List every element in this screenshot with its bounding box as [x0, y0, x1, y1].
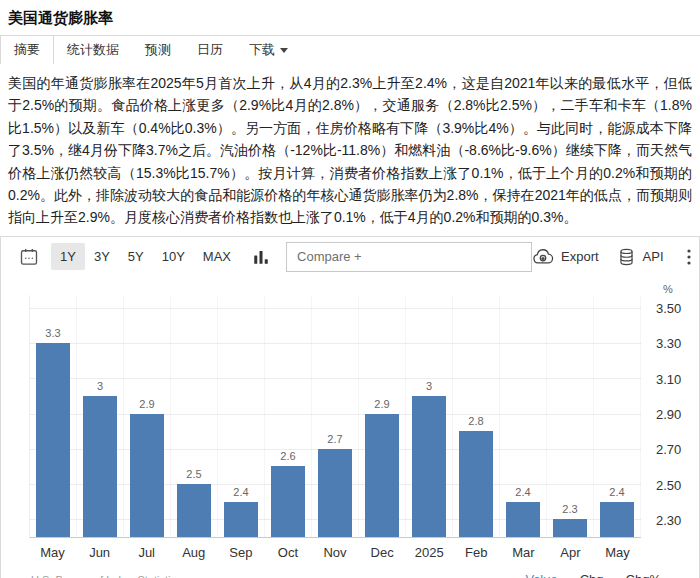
bar-chart: 3.332.92.52.42.62.72.932.82.42.32.4 % 3.…	[1, 277, 699, 565]
tab-calendar-label: 日历	[197, 41, 223, 59]
summary-paragraph: 美国的年通货膨胀率在2025年5月首次上升，从4月的2.3%上升至2.4%，这是…	[0, 64, 700, 235]
bar-value-label: 2.6	[265, 450, 311, 462]
bar-slot: 3	[406, 295, 453, 537]
chart-panel: 1Y 3Y 5Y 10Y MAX	[0, 236, 700, 578]
tab-statistics-label: 统计数据	[67, 41, 119, 59]
bar[interactable]	[224, 502, 257, 537]
bar[interactable]	[177, 484, 210, 537]
bar[interactable]	[130, 414, 163, 537]
bar[interactable]	[83, 396, 116, 537]
bar-value-label: 2.4	[218, 486, 264, 498]
compare-field-wrap	[286, 242, 532, 272]
range-button-1y[interactable]: 1Y	[51, 243, 85, 270]
chevron-down-icon	[280, 48, 288, 53]
y-tick-label: 2.90	[656, 407, 681, 422]
x-axis-label: Jun	[76, 542, 123, 560]
tab-forecast-label: 预测	[145, 41, 171, 59]
x-axis-label: Oct	[264, 542, 311, 560]
bar-value-label: 3	[406, 380, 452, 392]
bar[interactable]	[553, 519, 586, 537]
tab-download-label: 下载	[249, 41, 275, 59]
calendar-icon[interactable]	[15, 243, 43, 271]
chart-footer: U.S. Bureau of Labor Statistics ValueChg…	[1, 565, 699, 578]
api-label: API	[643, 249, 664, 264]
x-axis-label: May	[29, 542, 76, 560]
bar-slot: 2.4	[218, 295, 265, 537]
tab-forecast[interactable]: 预测	[132, 36, 184, 64]
export-button[interactable]: Export	[532, 247, 599, 267]
range-button-3y[interactable]: 3Y	[85, 243, 119, 270]
y-tick-label: 2.50	[656, 477, 681, 492]
bar-value-label: 2.3	[547, 503, 593, 515]
x-axis-label: Dec	[359, 542, 406, 560]
x-axis-label: Nov	[311, 542, 358, 560]
bar-slot: 3	[77, 295, 124, 537]
export-label: Export	[561, 249, 599, 264]
x-axis-labels: MayJunJulAugSepOctNovDec2025FebMarAprMay	[29, 542, 641, 560]
database-icon	[617, 247, 636, 267]
bar[interactable]	[459, 431, 492, 537]
bar-value-label: 2.9	[124, 398, 170, 410]
y-axis-unit: %	[663, 283, 673, 295]
range-buttons: 1Y 3Y 5Y 10Y MAX	[51, 243, 240, 270]
tab-summary[interactable]: 摘要	[0, 36, 54, 64]
bar-slot: 2.6	[265, 295, 312, 537]
bar-value-label: 3.3	[30, 327, 76, 339]
bar[interactable]	[36, 343, 69, 537]
source-attribution: U.S. Bureau of Labor Statistics	[31, 574, 181, 578]
bar[interactable]	[600, 502, 633, 537]
tab-download[interactable]: 下载	[236, 36, 301, 64]
x-axis-label: May	[594, 542, 641, 560]
range-button-5y[interactable]: 5Y	[119, 243, 153, 270]
bar-slot: 2.7	[312, 295, 359, 537]
y-tick-label: 2.70	[656, 442, 681, 457]
footer-link-chg[interactable]: Chg	[580, 572, 604, 578]
footer-links: ValueChgChg%	[525, 572, 661, 578]
x-axis-label: Aug	[170, 542, 217, 560]
compare-input[interactable]	[286, 242, 532, 272]
tab-statistics[interactable]: 统计数据	[54, 36, 132, 64]
bar[interactable]	[271, 466, 304, 536]
bar-value-label: 2.5	[171, 468, 217, 480]
footer-link-value[interactable]: Value	[525, 572, 557, 578]
toolbar-right-group: Export API	[532, 243, 696, 271]
chart-toolbar: 1Y 3Y 5Y 10Y MAX	[1, 237, 699, 277]
y-axis: % 3.503.303.102.902.702.502.30	[641, 295, 700, 538]
bar-value-label: 2.8	[453, 415, 499, 427]
footer-link-chg-pct[interactable]: Chg%	[626, 572, 661, 578]
bar-slot: 2.5	[171, 295, 218, 537]
bar[interactable]	[318, 449, 351, 537]
api-button[interactable]: API	[617, 247, 664, 267]
x-axis-label: Feb	[453, 542, 500, 560]
y-tick-label: 3.10	[656, 371, 681, 386]
x-axis-label: 2025	[406, 542, 453, 560]
x-axis-label: Mar	[500, 542, 547, 560]
tab-bar: 摘要 统计数据 预测 日历 下载	[0, 35, 700, 64]
bar-value-label: 2.7	[312, 433, 358, 445]
x-axis-label: Sep	[217, 542, 264, 560]
bar-slot: 2.9	[359, 295, 406, 537]
cloud-download-icon	[532, 247, 554, 267]
tab-calendar[interactable]: 日历	[184, 36, 236, 64]
bar-value-label: 2.4	[594, 486, 640, 498]
bar-value-label: 2.9	[359, 398, 405, 410]
bar-slot: 2.8	[453, 295, 500, 537]
y-tick-label: 2.30	[656, 513, 681, 528]
column-chart-icon[interactable]	[248, 244, 274, 270]
bar-slot: 2.3	[547, 295, 594, 537]
tab-summary-label: 摘要	[14, 41, 40, 59]
kebab-menu-icon[interactable]	[682, 243, 696, 271]
bar[interactable]	[412, 396, 445, 537]
bar[interactable]	[506, 502, 539, 537]
range-button-10y[interactable]: 10Y	[153, 243, 194, 270]
x-axis-label: Jul	[123, 542, 170, 560]
bar-slot: 2.4	[594, 295, 641, 537]
page-title: 美国通货膨胀率	[0, 0, 700, 35]
range-button-max[interactable]: MAX	[194, 243, 240, 270]
bar-value-label: 2.4	[500, 486, 546, 498]
x-axis-label: Apr	[547, 542, 594, 560]
y-tick-label: 3.30	[656, 336, 681, 351]
plot-area: 3.332.92.52.42.62.72.932.82.42.32.4	[29, 295, 641, 538]
bar[interactable]	[365, 414, 398, 537]
bar-slot: 3.3	[30, 295, 77, 537]
